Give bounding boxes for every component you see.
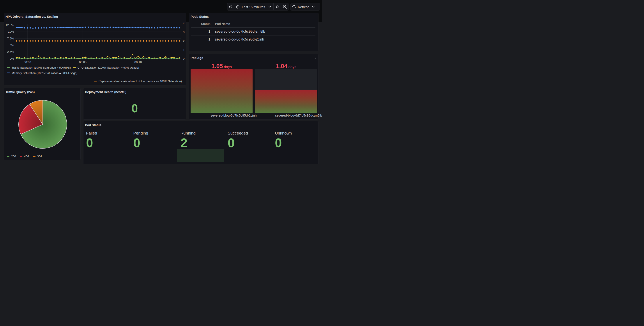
svg-text:00:00: 00:00 (24, 60, 31, 64)
svg-text:7.5%: 7.5% (7, 37, 14, 40)
svg-text:5%: 5% (10, 44, 14, 47)
svg-text:0: 0 (183, 57, 184, 60)
svg-text:0%: 0% (10, 57, 14, 60)
svg-text:1: 1 (183, 48, 184, 52)
svg-text:3: 3 (183, 30, 184, 34)
svg-text:4: 4 (183, 22, 184, 25)
svg-text:10%: 10% (8, 30, 14, 33)
svg-text:00:05: 00:05 (79, 60, 86, 64)
svg-text:12.5%: 12.5% (6, 24, 14, 27)
svg-text:00:10: 00:10 (134, 60, 142, 64)
svg-text:2: 2 (183, 40, 184, 43)
svg-text:2.5%: 2.5% (7, 50, 14, 54)
